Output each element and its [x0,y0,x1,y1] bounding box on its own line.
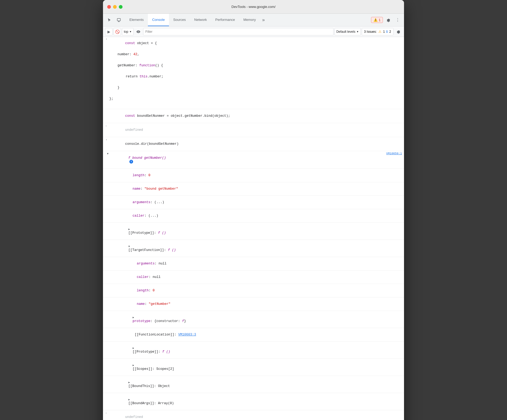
bound-args: ► [[BoundArgs]]: Array(0) [103,393,404,410]
tab-elements[interactable]: Elements [125,14,148,26]
tab-performance[interactable]: Performance [211,14,239,26]
prop-length: length: 0 [103,169,404,182]
console-line-1: › const object = { number: 42, getNumber… [103,37,404,109]
run-script-button[interactable]: ▶ [105,28,112,35]
console-toolbar: ▶ 🚫 top ▼ Default levels ▼ 3 Issues: ⚠ 1… [103,26,404,37]
bound-function-header: f bound getNumber() i [111,152,386,168]
dir-command: console.dir(boundGetNunmer) [108,138,404,150]
tab-console[interactable]: Console [148,14,169,26]
vm-link-2[interactable]: VM10603:3 [178,333,196,337]
expand-icon-2[interactable]: › [106,138,107,141]
close-button[interactable] [107,5,111,9]
tf-prototype: ► prototype: {constructor: f} [103,311,404,328]
vm-link-1[interactable]: VM10659:1 [386,152,404,168]
prototype-internal: ► [[Prototype]]: f () [111,223,404,239]
bound-this-prop: ► [[BoundThis]]: Object [111,376,404,392]
prop-prototype: ► [[Prototype]]: f () [103,223,404,240]
bound-this: ► [[BoundThis]]: Object [103,376,404,393]
tf-arguments: arguments: null [103,257,404,270]
more-options-icon[interactable]: ⋮ [393,16,402,24]
length-prop: length: 0 [116,169,404,181]
tabs-list: Elements Console Sources Network Perform… [125,14,371,26]
traffic-lights [107,5,123,9]
expanded-icon[interactable]: ▼ [128,245,130,248]
tf-prototype-prop: ► prototype: {constructor: f} [116,311,404,327]
warning-icon: ⚠ [378,30,382,34]
devtools-window: DevTools - www.google.com/ Elements Cons… [103,0,404,420]
code-content: const object = { number: 42, getNumber: … [108,37,404,109]
log-levels-selector[interactable]: Default levels ▼ [335,28,361,35]
undefined-value: undefined [108,124,404,136]
live-expression-icon[interactable] [135,28,142,35]
context-selector[interactable]: top ▼ [122,28,134,35]
warning-icon: ⚠️ [373,18,378,22]
console-result-undefined-2: ‹ undefined [103,410,404,420]
tf-arguments-prop: arguments: null [120,258,404,270]
clear-console-button[interactable]: 🚫 [114,28,121,35]
undefined-value-2: undefined [108,411,404,420]
collapse-icon-5[interactable]: ► [128,381,130,384]
cursor-icon[interactable] [105,16,114,24]
tf-scopes: ► [[Scopes]]: Scopes[2] [103,359,404,376]
window-title: DevTools - www.google.com/ [232,5,276,9]
filter-input[interactable] [143,28,334,35]
console-line-2: const boundGetNunmer = object.getNumber.… [103,109,404,123]
tf-function-location: [[FunctionLocation]]: VM10603:3 [103,328,404,342]
tf-length: length: 0 [103,284,404,297]
title-bar: DevTools - www.google.com/ [103,0,404,14]
chevron-down-icon: ▼ [129,30,132,33]
svg-rect-0 [117,18,120,21]
prop-arguments: arguments: (...) [103,196,404,209]
name-prop: name: "bound getNumber" [116,183,404,195]
console-result-undefined-1: ‹ undefined [103,123,404,137]
tf-inner-prototype: ► [[Prototype]]: f () [103,342,404,359]
console-dir-result: ▼ f bound getNumber() i VM10659:1 [103,151,404,169]
bound-args-prop: ► [[BoundArgs]]: Array(0) [111,394,404,409]
maximize-button[interactable] [119,5,123,9]
more-tabs-button[interactable]: » [260,14,267,26]
info-icon: ℹ [386,30,388,34]
issues-badge[interactable]: ⚠️ 1 [371,17,383,23]
tf-length-prop: length: 0 [120,284,404,297]
tf-caller-prop: caller: null [120,271,404,283]
settings-gear-icon[interactable] [384,16,392,24]
tab-sources[interactable]: Sources [169,14,190,26]
caller-prop: caller: (...) [116,210,404,222]
prop-target-function: ▼ [[TargetFunction]]: f () [103,240,404,257]
devtools-tab-bar: Elements Console Sources Network Perform… [103,14,404,26]
tab-network[interactable]: Network [190,14,211,26]
collapse-icon-4[interactable]: ► [133,364,134,367]
target-function-internal: ▼ [[TargetFunction]]: f () [111,240,404,256]
prop-name: name: "bound getNumber" [103,182,404,196]
console-settings-icon[interactable] [395,28,402,35]
expanded-arrow-icon[interactable]: ▼ [107,152,109,155]
scopes-internal: ► [[Scopes]]: Scopes[2] [116,359,404,375]
collapse-icon-2[interactable]: ► [133,316,134,319]
console-output: › const object = { number: 42, getNumber… [103,37,404,420]
collapse-icon[interactable]: ► [128,228,130,231]
minimize-button[interactable] [113,5,117,9]
function-location-prop: [[FunctionLocation]]: VM10603:3 [118,329,404,341]
tf-name: name: "getNumber" [103,297,404,311]
tab-icons [105,16,123,24]
inspect-icon[interactable] [115,16,123,24]
collapse-icon-6[interactable]: ► [128,398,130,401]
issues-count-button[interactable]: 3 Issues: ⚠ 1 ℹ 2 [362,28,393,35]
inner-prototype-internal: ► [[Prototype]]: f () [116,342,404,358]
tf-caller: caller: null [103,270,404,284]
arguments-prop: arguments: (...) [116,196,404,208]
info-badge[interactable]: i [129,160,133,164]
tf-name-prop: name: "getNumber" [120,298,404,310]
expand-icon[interactable]: › [106,38,107,41]
code-content-2: const boundGetNunmer = object.getNumber.… [108,110,404,122]
chevron-down-icon: ▼ [356,30,359,33]
tab-memory[interactable]: Memory [239,14,260,26]
collapse-icon-3[interactable]: ► [133,347,134,350]
console-line-dir: › console.dir(boundGetNunmer) [103,137,404,151]
tab-right-icons: ⚠️ 1 ⋮ [371,16,402,24]
prop-caller: caller: (...) [103,209,404,223]
